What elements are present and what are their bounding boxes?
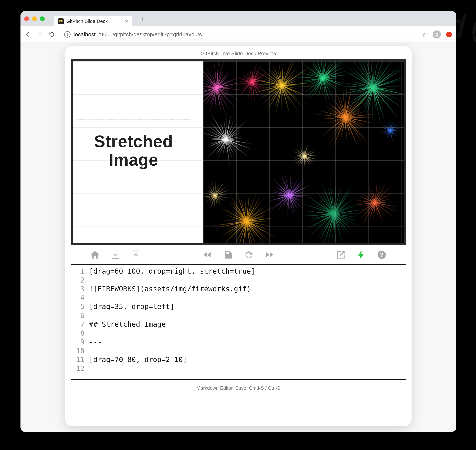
person-icon [434, 32, 439, 37]
browser-window: GP GitPitch Slide Deck × ＋ i localhost:9… [20, 11, 456, 432]
refresh-button[interactable] [243, 250, 254, 260]
upload-button[interactable] [130, 250, 142, 260]
extension-dot-icon[interactable] [446, 32, 452, 37]
external-link-icon [336, 250, 346, 260]
panel-footer: Markdown Editor, Save: Cmd-S / Ctrl-S [65, 383, 412, 395]
download-icon [110, 250, 121, 260]
editor-line-gutter: 1 2 3 4 5 6 7 8 9 10 11 12 [71, 265, 86, 379]
site-info-icon[interactable]: i [64, 31, 71, 38]
save-icon [223, 250, 233, 260]
forward-icon [264, 250, 274, 260]
download-button[interactable] [110, 250, 121, 260]
tab-strip: GP GitPitch Slide Deck × ＋ [20, 11, 456, 26]
live-preview-button[interactable] [356, 250, 367, 260]
refresh-icon [244, 250, 254, 260]
panel-header: GitPitch Live Slide Deck Preview [65, 46, 412, 59]
traffic-lights [24, 16, 45, 21]
help-icon: ? [377, 250, 387, 260]
bookmark-star-icon[interactable]: ☆ [422, 31, 428, 38]
gitpitch-panel: GitPitch Live Slide Deck Preview Stretch… [65, 46, 412, 426]
rewind-icon [203, 250, 213, 260]
slide-image-fireworks [203, 61, 404, 243]
url-path: :9000/gitpitch/desktop/edit?p=grid-layou… [98, 31, 202, 38]
window-zoom-button[interactable] [40, 16, 45, 21]
editor-toolbar: ? [65, 245, 412, 264]
home-icon [90, 250, 100, 260]
upload-icon [131, 250, 141, 260]
bolt-icon [356, 250, 366, 260]
new-tab-button[interactable]: ＋ [138, 15, 146, 23]
slide-title-box: StretchedImage [77, 119, 190, 182]
window-close-button[interactable] [24, 16, 29, 21]
editor-code[interactable]: [drag=60 100, drop=right, stretch=true] … [86, 265, 406, 379]
arrow-right-icon [37, 31, 43, 37]
forward-button[interactable] [37, 31, 44, 37]
address-bar: i localhost:9000/gitpitch/desktop/edit?p… [20, 26, 456, 42]
profile-avatar-icon[interactable] [433, 30, 441, 39]
help-button[interactable]: ? [376, 250, 387, 260]
markdown-editor[interactable]: 1 2 3 4 5 6 7 8 9 10 11 12 [drag=60 100,… [71, 264, 406, 380]
tab-title: GitPitch Slide Deck [66, 18, 108, 24]
svg-text:?: ? [380, 251, 383, 258]
arrow-left-icon [25, 31, 31, 37]
save-button[interactable] [223, 250, 234, 260]
reload-button[interactable] [49, 31, 56, 37]
reload-icon [49, 31, 55, 37]
svg-point-0 [436, 33, 438, 35]
slide-title: StretchedImage [94, 132, 173, 169]
url-field[interactable]: i localhost:9000/gitpitch/desktop/edit?p… [61, 30, 417, 39]
page-viewport: GitPitch Live Slide Deck Preview Stretch… [20, 42, 456, 432]
tab-favicon: GP [58, 18, 64, 24]
prev-slide-button[interactable] [202, 250, 213, 260]
slide-preview[interactable]: StretchedImage [71, 59, 406, 245]
next-slide-button[interactable] [264, 250, 275, 260]
back-button[interactable] [25, 31, 32, 37]
popout-button[interactable] [335, 250, 346, 260]
tab-close-icon[interactable]: × [125, 18, 128, 24]
url-host: localhost [73, 31, 96, 38]
home-button[interactable] [89, 250, 101, 260]
window-minimize-button[interactable] [32, 16, 37, 21]
tab-active[interactable]: GP GitPitch Slide Deck × [54, 16, 132, 26]
